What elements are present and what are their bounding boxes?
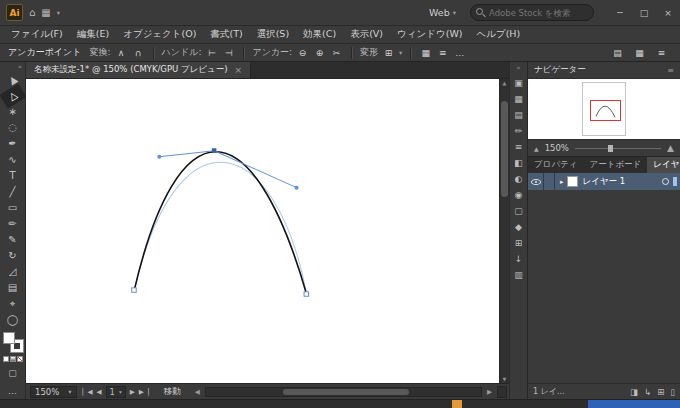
show-handles-icon[interactable]: ⊢ [205, 46, 218, 60]
symbols-panel-icon[interactable]: ◆ [515, 223, 522, 232]
menu-item-select[interactable]: 選択(S) [250, 28, 296, 41]
none-button[interactable] [17, 356, 23, 362]
layer-name[interactable]: レイヤー 1 [583, 176, 626, 188]
disclosure-triangle-icon[interactable]: ▸ [560, 178, 564, 186]
new-layer-icon[interactable]: ⊞ [657, 387, 664, 397]
navigator-panel-menu-icon[interactable]: ≡ [667, 66, 674, 75]
transparency-panel-icon[interactable]: ◐ [515, 175, 523, 184]
magic-wand-tool-icon[interactable]: ∗ [2, 104, 24, 120]
left-handle-point[interactable] [157, 155, 161, 159]
delete-layer-icon[interactable]: ▯ [670, 387, 675, 397]
close-button[interactable]: × [656, 0, 680, 26]
swatches-panel-icon[interactable]: ▤ [514, 111, 523, 120]
horizontal-scrollbar[interactable] [205, 387, 482, 397]
end-anchor-point[interactable] [304, 292, 309, 296]
navigator-view-box[interactable] [590, 100, 621, 121]
color-guide-panel-icon[interactable]: ▦ [514, 95, 523, 104]
last-artboard-button[interactable]: ▶▕ [139, 388, 149, 396]
tab-properties[interactable]: プロパティ [528, 157, 584, 173]
tab-layers[interactable]: レイヤー [647, 157, 680, 173]
convert-to-corner-icon[interactable]: ∧ [115, 46, 128, 60]
tab-artboards[interactable]: アートボード [584, 157, 648, 173]
artboard-number-select[interactable]: 1 ▾ [106, 386, 126, 398]
fill-stroke-swatches[interactable] [2, 331, 24, 353]
graphic-styles-panel-icon[interactable]: ▢ [514, 207, 523, 216]
lasso-tool-icon[interactable]: ◌ [2, 120, 24, 136]
lock-toggle[interactable] [544, 173, 555, 190]
transform-grid-icon[interactable]: ⊞ [382, 46, 395, 60]
new-sublayer-icon[interactable]: ↳ [644, 387, 651, 397]
vertical-scroll-thumb[interactable] [501, 101, 508, 197]
home-icon[interactable]: ⌂ [29, 8, 35, 18]
document-setup-icon[interactable]: ▤ [611, 46, 624, 60]
appearance-panel-icon[interactable]: ◉ [515, 191, 523, 200]
fill-swatch[interactable] [3, 332, 15, 344]
more-options-icon[interactable]: … [453, 46, 466, 60]
right-handle-point[interactable] [295, 186, 299, 190]
add-anchor-icon[interactable]: ⊕ [313, 46, 326, 60]
pencil-tool-icon[interactable]: ✎ [2, 232, 24, 248]
scroll-right-icon[interactable]: ▶ [485, 388, 494, 396]
align-options-icon[interactable]: ▦ [419, 46, 432, 60]
toolbar-more-icon[interactable]: … [8, 384, 17, 398]
first-artboard-button[interactable]: ▏◀ [83, 388, 93, 396]
curvature-tool-icon[interactable]: ∿ [2, 152, 24, 168]
links-panel-icon[interactable]: ⊞ [515, 239, 523, 248]
transform-label[interactable]: 変形 [360, 46, 378, 59]
eyedropper-tool-icon[interactable]: ⌖ [2, 296, 24, 312]
navigator-thumbnail[interactable] [528, 78, 680, 140]
bezier-path[interactable] [134, 152, 306, 295]
screen-mode-icon[interactable]: ▢ [8, 366, 17, 380]
adobe-stock-search[interactable] [470, 4, 594, 21]
menu-item-type[interactable]: 書式(T) [203, 28, 249, 41]
vertical-scrollbar[interactable]: ▲ ▼ [499, 79, 509, 383]
visibility-toggle[interactable] [528, 173, 544, 190]
tab-close-icon[interactable]: × [235, 65, 243, 75]
panel-menu-icon[interactable]: ≡ [655, 46, 668, 60]
hide-handles-icon[interactable]: ⊣ [222, 46, 235, 60]
remove-anchor-icon[interactable]: ⊖ [296, 46, 309, 60]
menu-item-file[interactable]: ファイル(F) [4, 28, 70, 41]
previous-artboard-button[interactable]: ◀ [97, 388, 102, 396]
type-tool-icon[interactable]: T [2, 168, 24, 184]
navigator-zoom-slider[interactable] [575, 148, 661, 149]
isolate-selection-icon[interactable]: ≡ [436, 46, 449, 60]
line-segment-tool-icon[interactable]: ╱ [2, 184, 24, 200]
stroke-panel-icon[interactable]: ≡ [515, 143, 523, 152]
layer-thumbnail[interactable] [567, 176, 578, 187]
navigator-panel-header[interactable]: ナビゲーター ≡ [528, 62, 680, 78]
libraries-panel-icon[interactable]: ▥ [514, 271, 523, 280]
zoom-in-icon[interactable]: ▲ [667, 143, 674, 153]
pen-tool-icon[interactable]: ✒ [2, 136, 24, 152]
preferences-icon[interactable]: ▦ [633, 46, 646, 60]
navigator-zoom-value[interactable]: 150% [545, 143, 569, 153]
color-button[interactable] [3, 356, 9, 362]
paintbrush-tool-icon[interactable]: ✏ [2, 216, 24, 232]
menu-item-help[interactable]: ヘルプ(H) [470, 28, 528, 41]
zoom-level-select[interactable]: 150% ▾ [30, 386, 77, 398]
arrange-documents-icon[interactable]: ▦ [41, 8, 50, 18]
arrange-documents-caret-icon[interactable]: ▾ [57, 9, 60, 17]
make-clipping-mask-icon[interactable]: ◨ [630, 387, 638, 397]
horizontal-scroll-thumb[interactable] [283, 389, 410, 395]
layer-selection-indicator[interactable] [673, 177, 677, 186]
rectangle-tool-icon[interactable]: ▭ [2, 200, 24, 216]
minimize-button[interactable]: ─ [608, 0, 632, 26]
layer-target-circle-icon[interactable] [662, 178, 669, 185]
workspace-switcher[interactable]: Web ▾ [429, 7, 456, 18]
zoom-tool-icon[interactable]: ◯ [2, 312, 24, 328]
asset-export-panel-icon[interactable]: ↓ [515, 255, 523, 264]
scroll-left-icon[interactable]: ◀ [193, 388, 202, 396]
menu-item-object[interactable]: オブジェクト(O) [116, 28, 203, 41]
scroll-up-icon[interactable]: ▲ [500, 80, 509, 86]
apex-anchor-point[interactable] [212, 148, 217, 152]
next-artboard-button[interactable]: ▶ [130, 388, 135, 396]
transform-caret-icon[interactable]: ▾ [399, 49, 402, 57]
layer-row[interactable]: ▸ レイヤー 1 [528, 173, 680, 190]
maximize-button[interactable]: □ [632, 0, 656, 26]
menu-item-effect[interactable]: 効果(C) [296, 28, 343, 41]
scroll-down-icon[interactable]: ▼ [500, 376, 509, 382]
zoom-slider-thumb[interactable] [608, 145, 613, 152]
rotate-tool-icon[interactable]: ↻ [2, 248, 24, 264]
search-input[interactable] [470, 4, 594, 21]
